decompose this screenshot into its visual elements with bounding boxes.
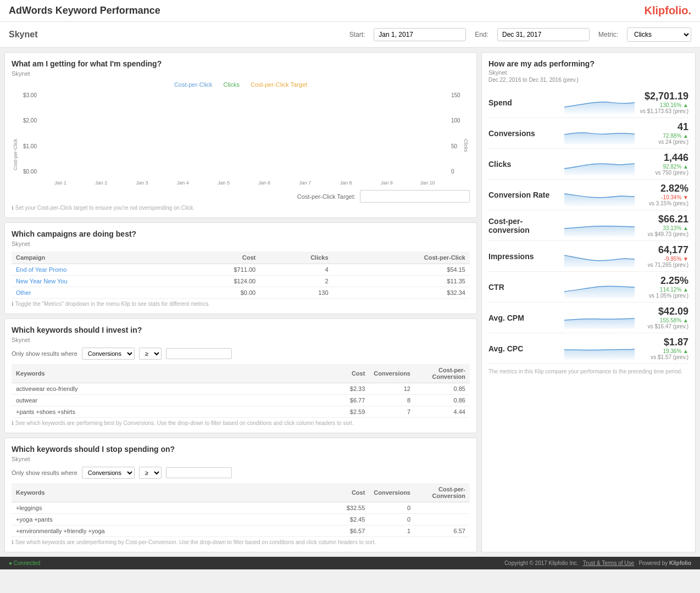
stop-col-conv[interactable]: Conversions [369,483,415,502]
cpc-target-label: Cost-per-Click Target: [297,193,355,200]
invest-col-conv[interactable]: Conversions [369,364,415,383]
campaign-clicks-3: 130 [260,287,332,299]
x-label-1: Jan 1 [41,180,80,186]
metric-value-block-cost-per-conv: $66.21 33.13% ▲ vs $49.73 (prev.) [639,214,688,237]
right-panel-account: Skynet [488,69,688,76]
footer-terms-link[interactable]: Trust & Terms of Use [583,560,634,566]
metric-change-clicks: 92.82% ▲ [639,164,688,170]
stop-conv-3: 1 [369,525,415,537]
campaign-link-2[interactable]: New Year New You [16,278,68,284]
stop-kw-1: +leggings [12,502,325,514]
metric-change-impressions: -9.95% ▼ [639,256,688,262]
metric-label-clicks: Clicks [488,160,560,169]
cpc-target-input[interactable] [360,190,470,203]
x-label-8: Jan 8 [326,180,365,186]
invest-filter-metric[interactable]: Conversions Cost Clicks [82,348,135,360]
invest-cost-3: $2.59 [325,406,369,418]
x-label-3: Jan 3 [123,180,161,186]
stop-filter-row: Only show results where Conversions Cost… [12,467,470,479]
logo-text: Klipfolio [644,4,688,16]
invest-kw-1: activewear eco-friendly [12,383,325,395]
campaign-link-3[interactable]: Other [16,289,31,296]
campaign-cpc-3: $32.34 [333,287,470,299]
stop-cpc-2 [415,514,470,525]
campaigns-title: Which campaigns are doing best? [12,230,470,238]
end-input[interactable] [497,28,590,41]
invest-col-keyword[interactable]: Keywords [12,364,325,383]
campaign-link-1[interactable]: End of Year Promo [16,266,66,273]
invest-col-cost[interactable]: Cost [325,364,369,383]
col-campaign[interactable]: Campaign [12,251,176,264]
col-clicks[interactable]: Clicks [260,251,332,264]
invest-conv-2: 8 [369,395,415,406]
metric-ctr: CTR 2.25% 114.12% ▲ vs 1.05% (prev.) [488,272,688,303]
metric-change-avg-cpm: 155.58% ▲ [639,317,688,323]
invest-account: Skynet [12,337,470,343]
col-cpc[interactable]: Cost-per-Click [333,251,470,264]
metric-spend: Spend $2,701.19 130.16% ▲ vs $1,173.63 (… [488,87,688,118]
campaigns-card: Which campaigns are doing best? Skynet C… [4,222,477,314]
metric-change-spend: 130.16% ▲ [639,102,688,108]
invest-footnote: ℹ See which keywords are performing best… [12,420,470,426]
metric-select[interactable]: Clicks Conversions Cost Impressions CTR [627,27,691,42]
legend-clicks[interactable]: Clicks [224,81,240,88]
metric-label-ctr: CTR [488,283,560,292]
metric-label-spend: Spend [488,98,560,107]
metric-vs-cost-per-conv: vs $49.73 (prev.) [639,231,688,237]
sparkline-impressions [564,245,635,267]
metric-value-impressions: 64,177 [639,244,688,256]
metric-value-block-clicks: 1,446 92.82% ▲ vs 750 (prev.) [639,152,688,176]
sparkline-avg-cpc [564,338,635,360]
stop-filter-metric[interactable]: Conversions Cost Clicks [82,467,135,479]
table-row: +leggings $32.55 0 [12,502,470,514]
stop-conv-1: 0 [369,502,415,514]
invest-cpc-3: 4.44 [415,406,470,418]
invest-col-cpc[interactable]: Cost-per-Conversion [415,364,470,383]
legend-target[interactable]: Cost-per-Click Target [251,81,307,88]
stop-card: Which keywords should I stop spending on… [4,438,477,552]
stop-filter-op[interactable]: ≥ ≤ = [139,467,162,479]
metric-vs-ctr: vs 1.05% (prev.) [639,293,688,299]
campaign-cost-3: $0.00 [176,287,260,299]
stop-filter-value[interactable] [166,467,232,478]
right-panel-daterange: Dec 22, 2016 to Dec 31, 2016 (prev.) [488,77,688,83]
col-cost[interactable]: Cost [176,251,260,264]
stop-col-cpc[interactable]: Cost-per-Conversion [415,483,470,502]
stop-conv-2: 0 [369,514,415,525]
invest-filter-op[interactable]: ≥ ≤ = [139,348,162,360]
metric-vs-spend: vs $1,173.63 (prev.) [639,108,688,114]
metric-value-spend: $2,701.19 [639,91,688,102]
start-input[interactable] [374,28,466,41]
invest-kw-2: outwear [12,395,325,406]
stop-cost-1: $32.55 [325,502,369,514]
sparkline-conv-rate [564,184,635,206]
invest-cpc-1: 0.85 [415,383,470,395]
campaign-cost-2: $124.00 [176,276,260,287]
table-row: +pants +shoes +shirts $2.59 7 4.44 [12,406,470,418]
stop-col-cost[interactable]: Cost [325,483,369,502]
metric-value-avg-cpc: $1.87 [639,337,688,348]
metric-label-impressions: Impressions [488,252,560,261]
spending-card: What am I getting for what I'm spending?… [4,52,477,218]
x-label-7: Jan 7 [286,180,324,186]
metric-vs-avg-cpc: vs $1.57 (prev.) [639,354,688,360]
left-panel: What am I getting for what I'm spending?… [4,52,477,552]
x-label-9: Jan 9 [368,180,406,186]
metric-label-conv-rate: Conversion Rate [488,191,560,199]
right-panel: How are my ads performing? Skynet Dec 22… [481,52,696,552]
campaign-name: End of Year Promo [12,264,176,276]
metric-avg-cpm: Avg. CPM $42.09 155.58% ▲ vs $16.47 (pre… [488,303,688,333]
invest-filter-value[interactable] [166,348,232,359]
metric-avg-cpc: Avg. CPC $1.87 19.36% ▲ vs $1.57 (prev.) [488,333,688,364]
x-label-6: Jan 6 [245,180,284,186]
account-name: Skynet [9,30,341,40]
stop-kw-2: +yoga +pants [12,514,325,525]
table-row: +yoga +pants $2.45 0 [12,514,470,525]
legend-cpc[interactable]: Cost-per-Click [174,81,213,88]
stop-col-keyword[interactable]: Keywords [12,483,325,502]
invest-cost-2: $6.77 [325,395,369,406]
start-label: Start: [349,31,365,38]
stop-account: Skynet [12,456,470,462]
metric-conversions: Conversions 41 72.88% ▲ vs 24 (prev.) [488,118,688,149]
invest-conv-1: 12 [369,383,415,395]
